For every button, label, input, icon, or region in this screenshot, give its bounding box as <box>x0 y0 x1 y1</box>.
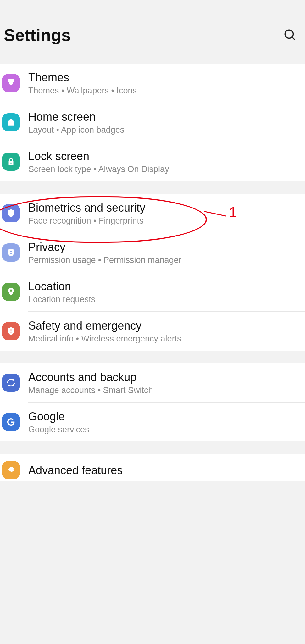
settings-item-location[interactable]: Location Location requests <box>0 272 305 311</box>
gear-icon <box>2 461 20 479</box>
item-text: Location Location requests <box>28 279 301 304</box>
group-gap <box>0 351 305 363</box>
page-title: Settings <box>4 25 71 45</box>
alert-icon <box>2 322 20 340</box>
home-icon <box>2 113 20 131</box>
item-title: Lock screen <box>28 149 301 163</box>
settings-item-safety[interactable]: Safety and emergency Medical info • Wire… <box>0 312 305 351</box>
svg-point-0 <box>285 30 293 38</box>
settings-item-themes[interactable]: Themes Themes • Wallpapers • Icons <box>0 64 305 103</box>
settings-item-home-screen[interactable]: Home screen Layout • App icon badges <box>0 103 305 142</box>
item-subtitle: Google services <box>28 425 301 435</box>
item-text: Safety and emergency Medical info • Wire… <box>28 319 301 344</box>
settings-group: Advanced features <box>0 454 305 481</box>
search-button[interactable] <box>282 27 297 42</box>
shield-dot-icon <box>2 243 20 262</box>
item-text: Themes Themes • Wallpapers • Icons <box>28 70 301 96</box>
item-subtitle: Manage accounts • Smart Switch <box>28 386 301 395</box>
item-title: Safety and emergency <box>28 319 301 333</box>
item-subtitle: Layout • App icon badges <box>28 125 301 135</box>
settings-item-privacy[interactable]: Privacy Permission usage • Permission ma… <box>0 233 305 272</box>
settings-item-google[interactable]: Google Google services <box>0 402 305 441</box>
item-title: Home screen <box>28 110 301 124</box>
lock-icon <box>2 153 20 171</box>
brush-icon <box>2 74 20 92</box>
search-icon <box>283 28 297 42</box>
settings-item-accounts[interactable]: Accounts and backup Manage accounts • Sm… <box>0 363 305 402</box>
svg-line-1 <box>292 37 295 40</box>
group-gap <box>0 181 305 194</box>
item-text: Google Google services <box>28 409 301 435</box>
settings-group: Biometrics and security Face recognition… <box>0 194 305 351</box>
sync-icon <box>2 374 20 392</box>
pin-icon <box>2 283 20 301</box>
item-subtitle: Face recognition • Fingerprints <box>28 216 301 226</box>
settings-group: Accounts and backup Manage accounts • Sm… <box>0 363 305 441</box>
settings-item-advanced[interactable]: Advanced features <box>0 454 305 481</box>
item-text: Home screen Layout • App icon badges <box>28 110 301 135</box>
svg-rect-4 <box>11 329 12 332</box>
item-text: Advanced features <box>28 463 301 477</box>
item-subtitle: Location requests <box>28 295 301 304</box>
item-title: Advanced features <box>28 463 301 477</box>
svg-rect-3 <box>10 253 12 254</box>
item-title: Google <box>28 409 301 424</box>
item-subtitle: Screen lock type • Always On Display <box>28 164 301 174</box>
item-text: Accounts and backup Manage accounts • Sm… <box>28 370 301 395</box>
item-title: Biometrics and security <box>28 201 301 215</box>
google-icon <box>2 413 20 431</box>
group-gap <box>0 441 305 454</box>
item-subtitle: Medical info • Wireless emergency alerts <box>28 334 301 344</box>
app-header: Settings <box>0 0 305 64</box>
item-title: Themes <box>28 70 301 85</box>
settings-group: Themes Themes • Wallpapers • Icons Home … <box>0 64 305 181</box>
item-text: Lock screen Screen lock type • Always On… <box>28 149 301 174</box>
item-title: Accounts and backup <box>28 370 301 384</box>
item-title: Privacy <box>28 240 301 254</box>
svg-point-2 <box>10 251 12 252</box>
item-text: Privacy Permission usage • Permission ma… <box>28 240 301 265</box>
shield-icon <box>2 204 20 222</box>
item-text: Biometrics and security Face recognition… <box>28 201 301 226</box>
svg-rect-5 <box>11 332 12 333</box>
item-title: Location <box>28 279 301 293</box>
settings-item-biometrics[interactable]: Biometrics and security Face recognition… <box>0 194 305 233</box>
settings-item-lock-screen[interactable]: Lock screen Screen lock type • Always On… <box>0 142 305 181</box>
item-subtitle: Themes • Wallpapers • Icons <box>28 86 301 96</box>
item-subtitle: Permission usage • Permission manager <box>28 255 301 265</box>
